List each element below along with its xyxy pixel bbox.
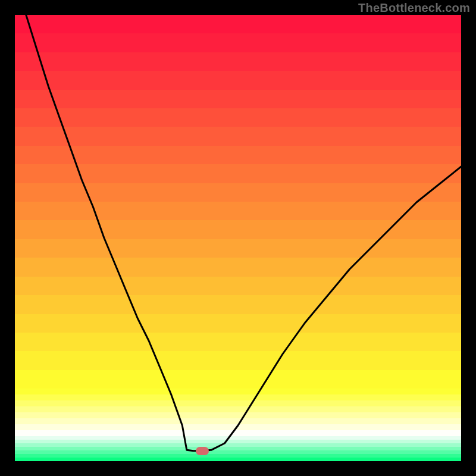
bottleneck-curve: [26, 15, 461, 451]
chart-frame: TheBottleneck.com: [0, 0, 476, 476]
optimum-marker: [196, 447, 209, 455]
curve-svg: [15, 15, 461, 461]
plot-area: [15, 15, 461, 461]
watermark-text: TheBottleneck.com: [358, 1, 470, 15]
